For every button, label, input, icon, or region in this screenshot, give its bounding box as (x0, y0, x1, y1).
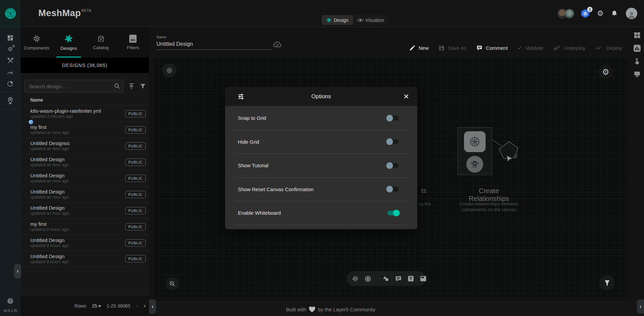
list-item[interactable]: Untitled Designupdated 8 hours ago PUBLI… (21, 251, 149, 267)
settings-gear-icon[interactable]: ⚙ (597, 10, 604, 17)
canvas-settings-gear-icon[interactable]: ⚙ (599, 65, 613, 79)
visibility-badge: PUBLIC (125, 223, 146, 231)
design-updated: updated an hour ago (30, 146, 70, 151)
panel-expand-chevron[interactable]: › (14, 264, 21, 278)
saved-cloud-icon (273, 41, 282, 48)
designs-list: k8s-wasm-plugin-ratelimiter.ymlupdated 3… (21, 105, 149, 267)
heart-icon (309, 306, 316, 313)
prev-page-chevron[interactable]: ‹ (136, 303, 138, 309)
chart-view-icon[interactable] (633, 44, 641, 52)
list-item[interactable]: Untitled Designupdated an hour ago PUBLI… (21, 154, 149, 170)
hide-grid-toggle[interactable] (387, 139, 399, 144)
list-item[interactable]: Untitled Designupdated an hour ago PUBLI… (21, 186, 149, 202)
panel-tabs: Components Designs Catalog WA Filters (21, 27, 149, 58)
design-updated: updated an hour ago (30, 179, 69, 184)
rows-label: Rows (74, 303, 86, 309)
design-name: Untitled Designss (30, 140, 70, 146)
validate-button[interactable]: ✓ Validate (517, 44, 543, 51)
configuration-tools-icon[interactable] (0, 55, 21, 66)
enable-whiteboard-toggle[interactable] (387, 211, 399, 215)
dock-shapes-icon[interactable] (382, 275, 390, 282)
design-name: k8s-wasm-plugin-ratelimiter.yml (30, 108, 101, 114)
profile-avatar[interactable] (626, 8, 637, 19)
design-name: Untitled Design (30, 189, 69, 195)
name-column-header: Name (21, 93, 149, 105)
list-item[interactable]: k8s-wasm-plugin-ratelimiter.ymlupdated 3… (21, 105, 149, 121)
layer5-logo[interactable] (0, 0, 21, 27)
design-name: Untitled Design (30, 205, 69, 211)
performance-dial-icon[interactable] (0, 66, 21, 78)
help-button[interactable]: ? (7, 298, 13, 304)
lifecycle-gears-icon[interactable]: ⚙⚙ (0, 43, 21, 55)
import-design-icon[interactable] (128, 83, 135, 90)
designs-spiral-icon (64, 34, 73, 43)
mode-toggle: Design Visualize (322, 15, 388, 25)
dock-media-icon[interactable] (420, 275, 427, 282)
show-tutorial-toggle[interactable] (387, 163, 399, 168)
search-input[interactable] (25, 80, 123, 93)
rows-per-page-select[interactable]: 25 ▾ (92, 303, 101, 309)
design-spiral-icon (326, 17, 332, 23)
rail-divider (0, 92, 21, 92)
deploy-button[interactable]: ✓✓ Deploy (595, 45, 622, 51)
dock-kubernetes-icon[interactable] (364, 275, 372, 283)
visibility-badge: PUBLIC (125, 142, 146, 150)
search-icon (114, 83, 120, 90)
meshmap-pin-icon[interactable] (0, 95, 21, 106)
options-modal: Options ✕ Snap to Grid Hide Grid Show Tu… (225, 87, 417, 229)
filter-funnel-icon[interactable] (139, 83, 146, 90)
collaborator-avatar[interactable] (565, 9, 574, 18)
context-count-badge: 1 (587, 7, 593, 12)
list-item[interactable]: my firstupdated 6 hours ago PUBLIC (21, 218, 149, 235)
dock-text-icon[interactable] (407, 275, 415, 282)
notifications-bell-icon[interactable] (611, 10, 618, 17)
tab-filters[interactable]: WA Filters (117, 27, 149, 58)
list-item[interactable]: Untitled Designupdated an hour ago PUBLI… (21, 170, 149, 186)
design-name: Untitled Design (30, 253, 69, 259)
whirlwind-tool-icon[interactable] (599, 275, 615, 291)
dock-components-chip-icon[interactable] (352, 275, 359, 282)
components-chip-icon (32, 34, 41, 43)
save-as-button[interactable]: Save As (438, 45, 466, 51)
design-name-input[interactable] (156, 39, 272, 50)
next-page-chevron[interactable]: › (144, 303, 146, 309)
display-monitor-icon[interactable] (633, 70, 641, 78)
extensions-pie-icon[interactable] (0, 78, 21, 89)
comment-button[interactable]: Comment (476, 45, 508, 51)
tab-visualize[interactable]: Visualize (353, 15, 389, 25)
canvas-dock (347, 271, 426, 286)
collapse-right-chevron[interactable]: ‹ (637, 300, 644, 314)
canvas-source-fab[interactable] (162, 63, 176, 77)
built-with-credit: Built with by the Layer5 Community (286, 303, 375, 316)
tab-catalog[interactable]: Catalog (85, 27, 117, 58)
option-label: Snap to Grid (238, 115, 266, 121)
dock-comment-icon[interactable] (395, 275, 402, 282)
pagination-range: 1-25 36065 (107, 303, 131, 309)
modal-title: Options (225, 93, 417, 100)
kubernetes-context-button[interactable]: 1 (581, 9, 589, 18)
dashboard-icon[interactable] (0, 32, 21, 43)
close-icon[interactable]: ✕ (403, 93, 409, 101)
list-item[interactable]: Untitled Designupdated 8 hours ago PUBLI… (21, 235, 149, 251)
tune-sliders-icon (237, 93, 245, 100)
tab-components[interactable]: Components (21, 27, 53, 58)
option-label: Show Reset Canvas Confirmation (238, 186, 314, 192)
undeploy-button[interactable]: ✓✓ Undeploy (553, 45, 585, 51)
list-item[interactable]: my firstupdated an hour ago PUBLIC (21, 121, 149, 138)
show-reset-canvas-confirmation-toggle[interactable] (387, 187, 399, 191)
grid-view-icon[interactable] (633, 31, 641, 39)
visibility-badge: PUBLIC (125, 207, 146, 214)
empty-state-illustration (458, 127, 492, 175)
list-item[interactable]: Untitled Designupdated an hour ago PUBLI… (21, 202, 149, 218)
touch-interact-icon[interactable] (633, 58, 641, 65)
list-item[interactable]: Untitled Designssupdated an hour ago PUB… (21, 138, 149, 154)
design-updated: updated 8 hours ago (30, 259, 69, 265)
tab-design[interactable]: Design (322, 15, 353, 25)
snap-to-grid-toggle[interactable] (387, 116, 399, 120)
new-button[interactable]: New (409, 45, 429, 51)
collapse-left-chevron[interactable]: ‹ (149, 300, 156, 314)
wasm-filters-icon: WA (129, 35, 137, 43)
catalog-drawer-icon (97, 35, 105, 43)
tab-designs[interactable]: Designs (53, 27, 85, 58)
zoom-control-fab[interactable] (166, 277, 179, 290)
